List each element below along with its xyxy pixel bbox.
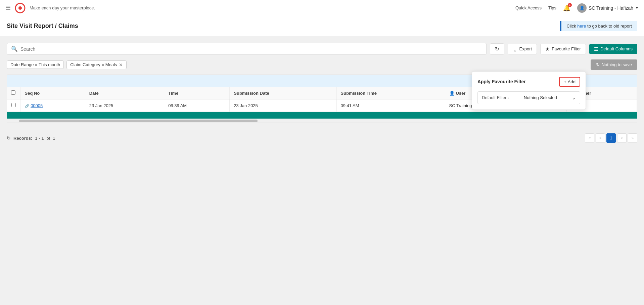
search-toolbar-row: 🔍 ↻ ⭳ Export ★ Favourite Filter Apply Fa… (7, 43, 637, 55)
header-checkbox-col (7, 87, 20, 99)
first-page-button[interactable]: « (585, 133, 594, 143)
row-submission-date: 23 Jan 2025 (230, 99, 336, 112)
header-seq-no: Seq No (20, 87, 85, 99)
favourite-filter-label: Favourite Filter (552, 46, 581, 51)
fav-filter-header: Apply Favourite Filter + Add (477, 77, 580, 87)
records-range: 1 - 1 (35, 136, 44, 141)
last-page-button[interactable]: » (628, 133, 637, 143)
page-title: Site Visit Report / Claims (7, 23, 78, 30)
main-content: 🔍 ↻ ⭳ Export ★ Favourite Filter Apply Fa… (0, 36, 644, 130)
search-icon: 🔍 (11, 46, 18, 52)
export-label: Export (519, 46, 532, 51)
export-icon: ⭳ (513, 46, 517, 52)
default-filter-label: Default Filter : (482, 95, 509, 100)
default-filter-row[interactable]: Default Filter : Nothing Selected ⌄ (477, 91, 580, 104)
select-all-checkbox[interactable] (11, 90, 15, 95)
app-logo (15, 3, 26, 13)
back-banner-prefix: Click (567, 24, 578, 29)
row-checkbox-cell (7, 99, 20, 112)
add-favourite-filter-button[interactable]: + Add (559, 77, 580, 87)
columns-icon: ☰ (594, 46, 598, 52)
header-time: Time (164, 87, 230, 99)
next-page-button[interactable]: > (617, 133, 627, 143)
prev-page-button[interactable]: < (596, 133, 605, 143)
records-of-label: of (46, 136, 50, 141)
user-menu[interactable]: 👤 SC Training - Hafizah ▼ (577, 3, 639, 13)
svg-point-1 (18, 6, 22, 10)
date-range-chip: Date Range = This month (7, 60, 64, 69)
back-to-old-report-banner: Click here to go back to old report (560, 21, 637, 31)
date-range-chip-label: Date Range = This month (10, 62, 60, 67)
page-header: Site Visit Report / Claims Click here to… (0, 16, 644, 36)
back-banner-suffix: to go back to old report (587, 24, 632, 29)
claim-category-chip-label: Claim Category = Meals (70, 62, 117, 67)
footer-bar: ↻ Records: 1 - 1 of 1 « < 1 > » (0, 130, 644, 146)
export-button[interactable]: ⭳ Export (508, 44, 537, 54)
horizontal-scrollbar[interactable] (7, 119, 637, 123)
search-input[interactable] (20, 46, 482, 52)
records-label: Records: (13, 136, 32, 141)
external-link-icon: 🔗 (25, 104, 30, 108)
scrollbar-thumb[interactable] (19, 120, 258, 122)
row-date: 23 Jan 2025 (85, 99, 164, 112)
pagination: « < 1 > » (585, 133, 637, 143)
records-total: 1 (53, 136, 55, 141)
default-columns-label: Default Columns (600, 46, 633, 51)
user-menu-chevron-icon: ▼ (635, 6, 639, 10)
nothing-to-save-button: ↻ Nothing to save (591, 59, 637, 70)
fav-filter-card: Apply Favourite Filter + Add Default Fil… (472, 71, 586, 110)
claim-category-chip: Claim Category = Meals ✕ (66, 60, 127, 69)
notification-badge: 1 (568, 3, 572, 7)
user-name: SC Training - Hafizah (589, 5, 633, 11)
top-navigation: ☰ Make each day your masterpiece. Quick … (0, 0, 644, 16)
add-label: Add (568, 79, 576, 84)
user-icon: 👤 (449, 91, 455, 96)
tips-link[interactable]: Tips (548, 5, 556, 10)
save-sync-icon: ↻ (596, 62, 600, 67)
refresh-button[interactable]: ↻ (490, 43, 504, 55)
header-submission-time: Submission Time (336, 87, 445, 99)
seq-no-link[interactable]: 00005 (31, 103, 43, 108)
records-info: ↻ Records: 1 - 1 of 1 (7, 135, 55, 141)
default-filter-chevron-icon[interactable]: ⌄ (572, 95, 576, 100)
back-banner-link[interactable]: here (577, 24, 586, 29)
nothing-to-save-label: Nothing to save (602, 62, 632, 67)
refresh-icon: ↻ (495, 46, 499, 52)
default-columns-button[interactable]: ☰ Default Columns (589, 44, 637, 54)
claim-category-chip-close-icon[interactable]: ✕ (119, 62, 123, 68)
plus-icon: + (564, 79, 566, 84)
refresh-footer-icon[interactable]: ↻ (7, 135, 11, 141)
favourite-filter-button[interactable]: ★ Favourite Filter (540, 44, 586, 54)
current-page-button[interactable]: 1 (606, 133, 616, 143)
header-submission-date: Submission Date (230, 87, 336, 99)
row-seq-no: 🔗 00005 (20, 99, 85, 112)
teal-accent-bar (7, 112, 637, 119)
favourite-filter-area: ★ Favourite Filter Apply Favourite Filte… (540, 44, 586, 54)
user-avatar: 👤 (577, 3, 587, 13)
filter-chips-row: Date Range = This month Claim Category =… (7, 59, 637, 70)
quick-access-link[interactable]: Quick Access (515, 5, 542, 10)
default-filter-value: Nothing Selected (524, 95, 557, 100)
row-submission-time: 09:41 AM (336, 99, 445, 112)
star-icon: ★ (545, 46, 550, 52)
row-time: 09:39 AM (164, 99, 230, 112)
app-tagline: Make each day your masterpiece. (30, 5, 95, 10)
search-box: 🔍 (7, 43, 487, 55)
fav-filter-title: Apply Favourite Filter (477, 79, 526, 84)
hamburger-menu-icon[interactable]: ☰ (5, 4, 11, 12)
header-date: Date (85, 87, 164, 99)
notifications-bell[interactable]: 🔔 1 (563, 4, 570, 12)
row-checkbox[interactable] (11, 103, 16, 107)
